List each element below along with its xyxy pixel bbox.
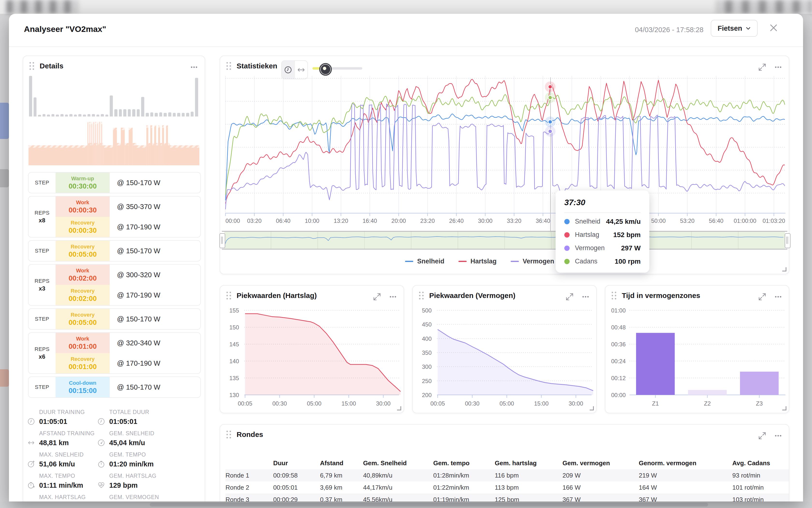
zoom-slider[interactable] [312,67,362,70]
statistics-title: Statistieken [237,62,277,70]
histogram-bar [69,114,73,117]
laps-column-header[interactable]: Afstand [320,457,363,469]
tooltip-row: Hartslag152 bpm [564,228,641,242]
stat-item: GEM. TEMPO01:20 min/km [97,452,177,468]
drag-handle-icon[interactable] [226,431,231,439]
workout-step-row[interactable]: STEPCool-down00:15:00@ 150-170 W [28,377,201,398]
legend-item-hartslag[interactable]: Hartslag [459,258,497,265]
panel-resize-handle[interactable] [782,406,786,410]
histogram-bar [51,114,55,117]
laps-column-header[interactable]: Genorm. vermogen [639,457,732,469]
panel-resize-handle[interactable] [397,406,401,410]
expand-icon[interactable] [758,431,767,440]
laps-column-header[interactable]: Gem. Snelheid [363,457,433,469]
zone-bar-z2 [688,390,727,395]
close-icon[interactable] [768,23,779,33]
svg-text:16:40: 16:40 [362,217,377,224]
step-kind-label: STEP [29,309,55,329]
stopwatch-icon [97,460,105,468]
svg-text:140: 140 [229,358,239,365]
laps-column-header[interactable]: Gem. vermogen [562,457,639,469]
legend-item-vermogen[interactable]: Vermogen [511,258,554,265]
histogram-bar [74,115,77,117]
step-kind-label: REPSx6 [29,333,55,373]
panel-resize-handle[interactable] [590,406,594,410]
workout-step-row[interactable]: STEPRecovery00:05:00@ 150-170 W [28,240,201,261]
table-row[interactable]: Ronde 200:05:013,69 km44,17km/u01:22min/… [225,481,789,494]
stat-item: GEM. VERMOGEN [97,494,177,502]
drag-handle-icon[interactable] [30,62,34,70]
histogram-bar [92,114,95,117]
step-segment: Recovery00:05:00@ 150-170 W [55,309,200,329]
drag-handle-icon[interactable] [226,62,231,70]
details-title: Details [40,62,63,70]
laps-column-header[interactable]: Duur [273,457,320,469]
workout-step-row[interactable]: STEPRecovery00:05:00@ 150-170 W [28,308,201,330]
svg-text:36:40: 36:40 [536,217,550,224]
power-zones-chart: 00:0000:1200:2400:3600:4801:00Z1Z2Z3 [605,288,789,409]
svg-text:05:00: 05:00 [500,400,514,407]
stat-item: MAX. SNELHEID51,06 km/u [27,452,107,468]
table-row[interactable]: Ronde 100:09:586,79 km40,89km/u01:28min/… [225,469,789,481]
analyse-modal: Analyseer "VO2max" 04/03/2026 - 17:58:28… [9,14,803,502]
more-options-icon[interactable] [774,63,782,72]
svg-text:450: 450 [422,321,432,328]
step-segment: Warm-up00:30:00@ 150-170 W [55,173,200,193]
svg-text:26:40: 26:40 [449,217,464,224]
workout-step-row[interactable]: REPSx3Work00:02:00@ 300-320 WRecovery00:… [28,264,201,306]
workout-step-row[interactable]: REPSx6Work00:01:00@ 320-340 WRecovery00:… [28,332,201,374]
histogram-bar [38,115,41,117]
minimap-handle-right[interactable] [785,233,790,248]
svg-text:300: 300 [422,364,432,370]
histogram-bar [114,109,118,117]
svg-text:30:00: 30:00 [569,400,583,407]
svg-text:Z2: Z2 [704,400,711,407]
histogram-bar [164,113,167,117]
histogram-bar [78,114,81,117]
clock-icon [97,417,105,426]
histogram-bar [150,112,154,117]
workout-step-row[interactable]: STEPWarm-up00:30:00@ 150-170 W [28,172,201,193]
legend-item-snelheid[interactable]: Snelheid [405,258,444,265]
panel-resize-handle[interactable] [782,267,786,271]
more-options-icon[interactable] [774,431,782,440]
laps-column-header[interactable]: Gem. hartslag [495,457,562,469]
histogram-bar [186,113,189,117]
laps-column-header[interactable]: Gem. tempo [433,457,495,469]
svg-text:00:05: 00:05 [430,400,445,407]
svg-text:145: 145 [229,341,239,347]
dimmed-background [0,0,812,14]
histogram-bar [34,97,37,117]
svg-text:00:24: 00:24 [611,358,626,365]
main-line-chart[interactable]: 00:0003:2006:4010:0013:2016:4020:0023:20… [224,71,786,229]
background-fragment-gray [0,169,9,187]
stat-item: MAX. TEMPO01:11 min/km [27,473,107,490]
step-segment: Work00:00:30@ 350-370 W [55,197,200,217]
minimap-handle-left[interactable] [219,233,225,248]
histogram-bar [123,109,126,117]
histogram-bar [141,97,144,117]
table-row[interactable]: Ronde 300:00:290,37 km45,56km/u01:19min/… [225,494,789,502]
laps-column-header[interactable]: Avg. Cadans [732,457,789,469]
svg-text:33:20: 33:20 [507,217,521,224]
svg-text:01:00: 01:00 [611,307,626,314]
stopwatch-max-icon [27,481,35,490]
more-options-icon[interactable] [190,63,199,72]
tooltip-row: Vermogen297 W [564,242,641,255]
activity-datetime: 04/03/2026 - 17:58:28 [635,26,703,34]
workout-step-row[interactable]: REPSx8Work00:00:30@ 350-370 WRecovery00:… [28,196,201,238]
stat-item: GEM. HARTSLAG129 bpm [97,473,177,490]
step-kind-label: STEP [29,377,55,397]
chart-minimap[interactable] [222,230,787,251]
horizontal-scrollbar[interactable] [150,503,708,507]
expand-icon[interactable] [758,63,767,72]
svg-text:50:00: 50:00 [651,217,666,224]
histogram-bar [105,115,109,117]
laps-title: Rondes [237,430,263,439]
details-panel: Details STEPWarm-up00:30:00@ 150-170 WRE… [23,55,205,502]
svg-text:00:12: 00:12 [611,375,626,381]
stat-item: AFSTAND TRAINING48,81 km [27,430,107,447]
sport-selector[interactable]: Fietsen [711,20,758,37]
tooltip-time: 37:30 [564,198,641,207]
laps-column-header[interactable] [225,457,273,469]
